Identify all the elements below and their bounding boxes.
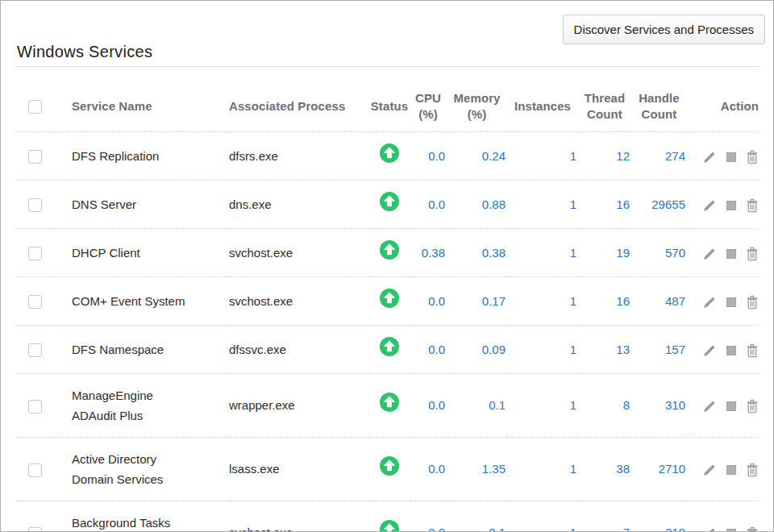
edit-icon[interactable] — [702, 150, 717, 164]
edit-icon[interactable] — [702, 526, 717, 532]
instances-cell: 1 — [507, 325, 578, 373]
stop-icon[interactable] — [726, 297, 736, 307]
thread-count-cell: 16 — [578, 276, 631, 325]
action-cell — [687, 228, 759, 276]
cpu-cell: 0.0 — [410, 276, 447, 325]
page-title: Windows Services — [17, 43, 152, 61]
service-name-cell: DHCP Client — [56, 228, 229, 276]
status-cell — [369, 131, 410, 180]
thread-count-cell: 19 — [578, 228, 631, 276]
edit-icon[interactable] — [702, 295, 717, 310]
thread-count-cell: 13 — [578, 325, 631, 373]
delete-icon[interactable] — [746, 399, 759, 414]
action-cell — [687, 276, 759, 325]
table-row: Active Directory Domain Services lsass.e… — [17, 437, 759, 501]
status-up-icon — [380, 192, 399, 211]
delete-icon[interactable] — [746, 295, 759, 310]
table-row: COM+ Event System svchost.exe 0.0 0.17 1… — [17, 276, 759, 325]
cpu-cell: 0.0 — [410, 325, 447, 373]
edit-icon[interactable] — [702, 463, 717, 477]
checkbox-cell — [17, 276, 56, 325]
stop-icon[interactable] — [726, 152, 736, 162]
stop-icon[interactable] — [726, 346, 736, 355]
delete-icon[interactable] — [746, 463, 759, 477]
instances-cell: 1 — [507, 276, 578, 325]
status-cell — [369, 228, 410, 276]
instances-cell: 1 — [507, 373, 578, 437]
stop-icon[interactable] — [726, 201, 736, 210]
service-name-cell: Active Directory Domain Services — [56, 437, 229, 501]
thread-count-cell: 16 — [578, 180, 631, 228]
cpu-cell: 0.0 — [410, 180, 447, 228]
table-row: DFS Namespace dfssvc.exe 0.0 0.09 1 13 1… — [17, 325, 759, 373]
edit-icon[interactable] — [702, 198, 717, 213]
stop-icon[interactable] — [726, 401, 736, 411]
status-cell — [369, 501, 410, 532]
status-cell — [369, 373, 410, 437]
memory-cell: 0.88 — [447, 180, 507, 228]
header-service-name: Service Name — [56, 67, 229, 131]
row-checkbox[interactable] — [28, 527, 42, 532]
service-name-cell: DFS Replication — [56, 131, 229, 180]
stop-icon[interactable] — [726, 249, 736, 259]
select-all-checkbox[interactable] — [28, 100, 42, 114]
checkbox-cell — [17, 325, 56, 373]
instances-cell: 1 — [507, 228, 578, 276]
header-status: Status — [369, 67, 410, 131]
row-checkbox[interactable] — [28, 400, 42, 414]
cpu-cell: 0.0 — [410, 501, 447, 532]
cpu-cell: 0.38 — [410, 228, 447, 276]
row-checkbox[interactable] — [28, 150, 42, 164]
stop-icon[interactable] — [726, 529, 736, 532]
status-up-icon — [380, 240, 399, 260]
associated-process-cell: svchost.exe — [229, 228, 369, 276]
handle-count-cell: 310 — [631, 373, 687, 437]
header-instances: Instances — [507, 67, 578, 131]
table-row: Background Tasks Infrastructure Service … — [17, 501, 759, 532]
delete-icon[interactable] — [746, 343, 759, 358]
handle-count-cell: 487 — [631, 276, 687, 325]
windows-services-table: Service Name Associated Process Status C… — [17, 67, 759, 532]
thread-count-cell: 38 — [578, 437, 631, 501]
status-cell — [369, 276, 410, 325]
checkbox-cell — [17, 228, 56, 276]
service-name-cell: Background Tasks Infrastructure Service — [56, 501, 229, 532]
action-cell — [687, 373, 759, 437]
action-cell — [687, 325, 759, 373]
associated-process-cell: dfssvc.exe — [229, 325, 369, 373]
associated-process-cell: svchost.exe — [229, 501, 369, 532]
row-checkbox[interactable] — [28, 247, 42, 260]
table-row: DFS Replication dfsrs.exe 0.0 0.24 1 12 … — [17, 131, 759, 180]
handle-count-cell: 29655 — [631, 180, 687, 228]
memory-cell: 0.09 — [447, 325, 507, 373]
checkbox-cell — [17, 501, 56, 532]
row-checkbox[interactable] — [28, 295, 42, 309]
delete-icon[interactable] — [746, 526, 759, 532]
row-checkbox[interactable] — [28, 463, 42, 477]
delete-icon[interactable] — [746, 150, 759, 164]
checkbox-cell — [17, 437, 56, 501]
header-action: Action — [687, 67, 759, 131]
status-up-icon — [380, 520, 399, 532]
edit-icon[interactable] — [702, 343, 717, 358]
edit-icon[interactable] — [702, 247, 717, 261]
checkbox-cell — [17, 180, 56, 228]
discover-services-button[interactable]: Discover Services and Processes — [563, 15, 765, 44]
table-header-row: Service Name Associated Process Status C… — [17, 67, 759, 131]
stop-icon[interactable] — [726, 465, 736, 475]
table-row: ManageEngine ADAudit Plus wrapper.exe 0.… — [17, 373, 759, 437]
edit-icon[interactable] — [702, 399, 717, 414]
handle-count-cell: 319 — [631, 501, 687, 532]
thread-count-cell: 7 — [578, 501, 631, 532]
handle-count-cell: 157 — [631, 325, 687, 373]
row-checkbox[interactable] — [28, 198, 42, 212]
instances-cell: 1 — [507, 131, 578, 180]
memory-cell: 0.38 — [447, 228, 507, 276]
memory-cell: 0.24 — [447, 131, 507, 180]
table-row: DNS Server dns.exe 0.0 0.88 1 16 29655 — [17, 180, 759, 228]
delete-icon[interactable] — [746, 198, 759, 213]
associated-process-cell: svchost.exe — [229, 276, 369, 325]
delete-icon[interactable] — [746, 247, 759, 261]
table-row: DHCP Client svchost.exe 0.38 0.38 1 19 5… — [17, 228, 759, 276]
row-checkbox[interactable] — [28, 343, 42, 357]
